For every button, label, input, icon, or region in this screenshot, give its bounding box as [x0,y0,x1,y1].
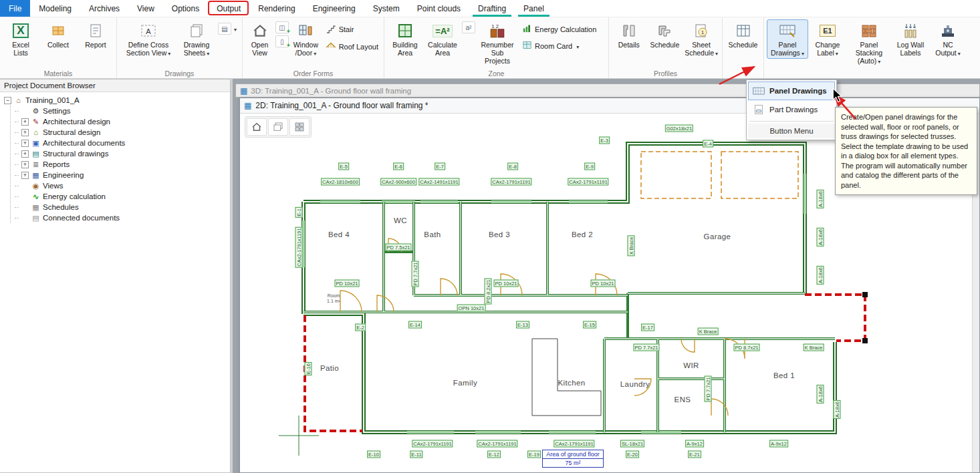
menu-tab[interactable]: System [364,0,408,17]
add-door-button[interactable]: ▯+ [275,35,289,47]
schedule-button[interactable]: Schedule [725,19,761,51]
dimension-tag[interactable]: E-20 [626,451,639,458]
roof-layout-button[interactable]: Roof Layout [323,39,381,54]
details-button[interactable]: Details [612,19,646,51]
dimension-tag[interactable]: CAx2-1791x1191 [412,440,453,448]
dimension-tag[interactable]: CAx2-1791x1191 [568,178,608,186]
dimension-tag[interactable]: A-18x6 [817,228,824,247]
room-card-button[interactable]: Room Card [519,39,599,53]
menu-tab[interactable]: Rendering [249,0,303,17]
dimension-tag[interactable]: CAx2-1810x600 [321,178,360,186]
stair-button[interactable]: Stair [323,22,381,37]
expand-icon[interactable] [21,150,29,158]
dimension-tag[interactable]: E-4 [703,140,713,148]
panel-stacking-button[interactable]: Panel Stacking (Auto) [847,19,891,67]
dimension-tag[interactable]: CAx2-1791x1191 [295,226,303,267]
sidebar-splitter[interactable] [231,79,233,473]
report-button[interactable]: Report [78,19,114,51]
building-area-button[interactable]: Building Area [387,19,423,59]
menu-tab[interactable]: Output [208,0,249,17]
dimension-tag[interactable]: E-5 [338,163,349,170]
change-label-button[interactable]: Change Label [810,19,846,59]
tree-item[interactable]: Structural design [11,127,229,138]
background-window-titlebar[interactable]: ▦ 3D: Training_001_A - Ground floor wall… [235,84,980,98]
dimension-tag[interactable]: A-18x6 [834,400,841,419]
dimension-tag[interactable]: A-18x6 [817,190,824,208]
panel-drawings-button[interactable]: Panel Drawings [767,19,808,59]
dimension-tag[interactable]: PD 10x21 [494,280,519,287]
area-label-button[interactable]: a² [462,21,475,33]
open-view-button[interactable]: Open View [245,19,274,59]
dimension-tag[interactable]: CAx2-1791x1191 [491,178,531,186]
menu-tab[interactable]: Drafting [469,0,515,17]
menu-tab[interactable]: Point clouds [408,0,469,17]
tree-item[interactable]: Reports [11,159,229,170]
menu-tab[interactable]: Options [163,0,208,17]
menu-item-panel-drawings[interactable]: Panel Drawings [748,82,835,100]
dimension-tag[interactable]: E-10 [367,451,380,458]
tree-item[interactable]: Connected documents [11,212,229,223]
dimension-tag[interactable]: E-14 [408,321,422,329]
dimension-tag[interactable]: E-8 [507,163,518,170]
grid-views-button[interactable] [289,118,310,136]
home-view-button[interactable] [247,118,267,136]
dimension-tag[interactable]: E-19 [527,451,541,458]
collapse-icon[interactable] [4,97,11,104]
dimension-tag[interactable]: G02x18x21 [665,125,693,132]
tree-item[interactable]: Settings [11,106,229,116]
energy-calculation-button[interactable]: Energy Calculation [519,22,599,36]
tree-item[interactable]: Views [11,180,229,191]
menu-item-part-drawings[interactable]: Part Drawings [748,100,835,119]
tree-item[interactable]: Energy calculation [11,191,229,202]
menu-tab[interactable]: Modeling [30,0,80,17]
dimension-tag[interactable]: PD 10x21 [335,280,360,287]
dimension-tag[interactable]: E-9 [584,163,595,170]
dimension-tag[interactable]: E-2 [355,324,366,331]
renumber-sub-projects-button[interactable]: 1 2 Renumber Sub Projects [477,19,518,67]
menu-tab[interactable]: View [128,0,163,17]
dimension-tag[interactable]: OPN 10x21 [457,305,486,312]
dimension-tag[interactable]: PD 7.7x21 [705,375,712,402]
dimension-tag[interactable]: PD 7.7x21 [633,344,659,351]
menu-item-button-menu[interactable]: Button Menu [748,124,835,138]
expand-icon[interactable] [21,118,29,126]
tree-item[interactable]: Architectural design [11,116,229,127]
dimension-tag[interactable]: CAx2-1791x1191 [554,440,594,448]
dimension-tag[interactable]: K Brace [804,344,824,351]
add-window-button[interactable]: ◫+ [275,21,289,33]
dimension-tag[interactable]: CAx2-1791x1191 [477,440,517,448]
dimension-tag[interactable]: E-3 [599,137,610,144]
sheet-schedule-button[interactable]: 1 Sheet Schedule [683,19,719,59]
tree-item[interactable]: Structural drawings [11,148,229,159]
dimension-tag[interactable]: A-9x12 [685,440,704,448]
dimension-tag[interactable]: E-7 [435,163,445,170]
window-door-button[interactable]: Window /Door [290,19,322,59]
dimension-tag[interactable]: A-18x6 [817,266,824,285]
profiles-schedule-button[interactable]: Schedule [648,19,683,51]
dimension-tag[interactable]: PD 8.7x21 [733,344,759,351]
dimension-tag[interactable]: CAx2-1491x1191 [418,178,459,186]
expand-icon[interactable] [21,172,29,179]
collect-button[interactable]: Collect [40,19,76,51]
tree-root-row[interactable]: Training_001_A [1,95,229,106]
dimension-tag[interactable]: K Brace [698,328,719,335]
menu-tab[interactable]: Engineering [304,0,364,17]
dimension-tag[interactable]: E-21 [688,451,701,458]
dimension-tag[interactable]: A-18x6 [817,385,824,404]
dimension-tag[interactable]: A-9x12 [769,440,788,448]
nc-output-button[interactable]: NC Output [930,19,966,59]
dimension-tag[interactable]: SL-18x21 [620,440,644,448]
tree-item[interactable]: Engineering [11,170,229,180]
drawing-options-button[interactable]: ▤ [216,21,239,36]
dimension-tag[interactable]: PD 7.5x21 [385,244,411,251]
dimension-tag[interactable]: E-16 [305,362,312,375]
tree-item[interactable]: Architectural documents [11,138,229,148]
dimension-tag[interactable]: E-15 [583,321,596,329]
menu-tab[interactable]: File [0,0,30,17]
dimension-tag[interactable]: PD 10x21 [591,280,616,287]
expand-icon[interactable] [21,129,29,136]
dimension-tag[interactable]: E-1 [295,207,303,218]
calculate-area-button[interactable]: Calculate Area [424,19,461,59]
dimension-tag[interactable]: E-11 [410,451,422,458]
dimension-tag[interactable]: E-13 [516,321,529,329]
